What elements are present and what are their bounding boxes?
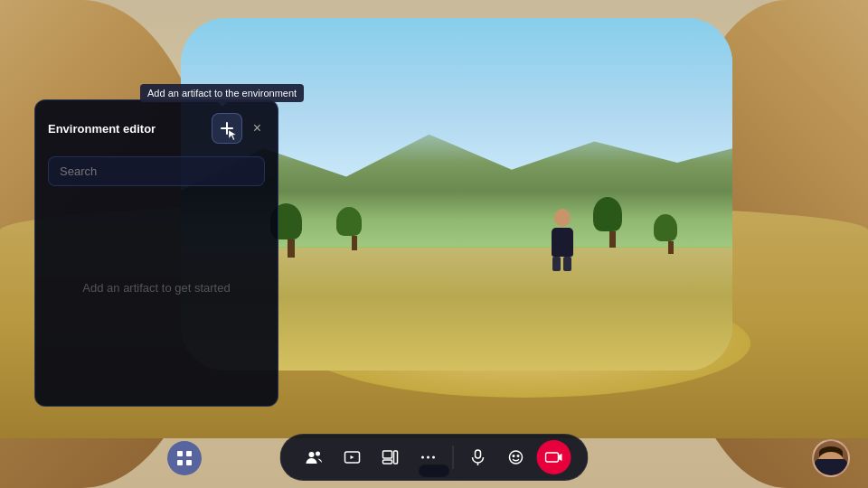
tree-2 xyxy=(346,207,362,250)
toolbar-divider-1 xyxy=(453,446,454,469)
avatar-torso xyxy=(815,459,847,475)
user-avatar-button[interactable] xyxy=(812,439,850,477)
apps-button-container xyxy=(167,441,202,475)
apps-button[interactable] xyxy=(167,441,202,475)
search-input[interactable] xyxy=(48,156,265,186)
more-button[interactable] xyxy=(411,440,446,474)
main-toolbar xyxy=(280,434,589,481)
svg-point-14 xyxy=(427,456,429,459)
svg-point-18 xyxy=(510,451,523,464)
people-icon xyxy=(306,448,324,466)
mic-icon xyxy=(469,448,487,466)
tree-1 xyxy=(280,203,302,258)
svg-rect-21 xyxy=(546,453,559,462)
emoji-icon xyxy=(507,448,525,466)
environment-editor-panel: Environment editor × Add an artifact to … xyxy=(34,99,278,407)
svg-point-7 xyxy=(309,452,315,457)
svg-point-13 xyxy=(421,456,424,459)
svg-rect-12 xyxy=(394,451,398,464)
avatar-display xyxy=(814,441,848,475)
svg-rect-11 xyxy=(383,460,392,464)
tree-3 xyxy=(603,197,622,248)
more-icon xyxy=(420,448,438,466)
svg-point-8 xyxy=(316,452,320,456)
svg-rect-6 xyxy=(186,460,192,465)
svg-rect-3 xyxy=(177,451,183,456)
share-button[interactable] xyxy=(373,440,408,474)
grid-icon xyxy=(176,450,193,466)
svg-rect-5 xyxy=(177,460,183,465)
svg-rect-16 xyxy=(476,450,481,458)
cursor-icon xyxy=(227,128,240,141)
panel-actions: × xyxy=(212,113,265,144)
tree-4 xyxy=(664,214,677,254)
camera-button[interactable] xyxy=(537,440,571,474)
add-artifact-button[interactable] xyxy=(212,113,242,144)
emoji-button[interactable] xyxy=(499,440,533,474)
share-icon xyxy=(382,448,400,466)
tooltip: Add an artifact to the environment xyxy=(140,84,304,102)
media-icon xyxy=(344,448,362,466)
svg-marker-2 xyxy=(229,130,236,140)
svg-rect-10 xyxy=(383,451,392,458)
svg-point-20 xyxy=(517,455,519,457)
panel-header: Environment editor × xyxy=(48,113,265,144)
panel-title: Environment editor xyxy=(48,122,156,136)
svg-point-15 xyxy=(432,456,435,459)
svg-point-19 xyxy=(513,455,514,457)
mic-button[interactable] xyxy=(461,440,495,474)
empty-state-message: Add an artifact to get started xyxy=(48,197,265,378)
people-button[interactable] xyxy=(297,440,332,474)
media-button[interactable] xyxy=(335,440,370,474)
svg-rect-4 xyxy=(186,451,192,456)
camera-icon xyxy=(545,448,563,466)
close-panel-button[interactable]: × xyxy=(250,118,265,138)
scene-avatar xyxy=(546,209,578,272)
